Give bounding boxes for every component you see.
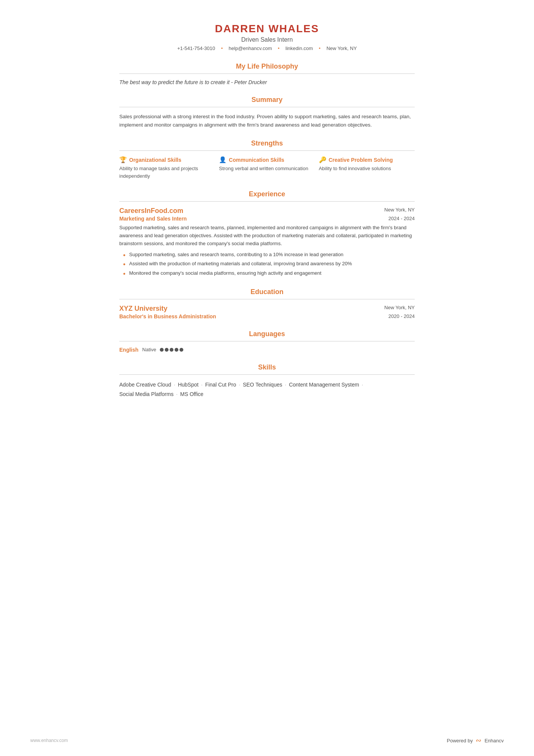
strengths-title: Strengths [119,139,415,147]
summary-title: Summary [119,96,415,104]
language-row-0: English Native [119,347,415,353]
resume-container: DARREN WHALES Driven Sales Intern +1-541… [97,0,437,455]
strengths-section: Strengths 🏆 Organizational Skills Abilit… [119,139,415,180]
skill-3: SEO Techniques [243,382,282,388]
experience-org-0: CareersInFood.com [119,207,183,215]
experience-divider [119,201,415,202]
strength-desc-2: Ability to find innovative solutions [319,165,411,172]
languages-divider [119,341,415,341]
sep-4: · [360,382,363,388]
strength-label-2: Creative Problem Solving [329,157,393,163]
dot-fill-3 [170,348,173,352]
candidate-name: DARREN WHALES [119,23,415,35]
candidate-title: Driven Sales Intern [119,36,415,43]
experience-entry-0: CareersInFood.com New York, NY [119,207,415,215]
philosophy-divider [119,74,415,74]
strengths-grid: 🏆 Organizational Skills Ability to manag… [119,156,415,180]
strength-title-1: 👤 Communication Skills [219,156,311,163]
bullet-0: Supported marketing, sales and research … [123,251,415,259]
dot-3: • [319,45,321,51]
dot-1: • [221,45,223,51]
footer-website: www.enhancv.com [30,738,68,743]
header-contact: +1-541-754-3010 • help@enhancv.com • lin… [119,45,415,51]
education-degree-row-0: Bachelor's in Business Administration 20… [119,313,415,319]
skills-divider [119,374,415,375]
powered-by-label: Powered by [447,738,473,743]
linkedin[interactable]: linkedin.com [286,45,313,51]
experience-location-0: New York, NY [384,207,415,213]
sep-2: · [237,382,242,388]
skills-title: Skills [119,363,415,371]
education-divider [119,299,415,299]
strength-item-0: 🏆 Organizational Skills Ability to manag… [119,156,215,180]
strengths-divider [119,150,415,151]
dot-fill-4 [175,348,178,352]
strength-item-2: 🔑 Creative Problem Solving Ability to fi… [315,156,415,180]
person-icon: 👤 [219,156,226,163]
education-section: Education XYZ University New York, NY Ba… [119,288,415,319]
language-name-0: English [119,347,139,353]
strength-label-0: Organizational Skills [129,157,181,163]
sep-1: · [200,382,204,388]
experience-role-0: Marketing and Sales Intern [119,216,187,222]
dot-fill-5 [180,348,183,352]
education-title: Education [119,288,415,296]
skill-4: Content Management System [289,382,359,388]
skills-section: Skills Adobe Creative Cloud · HubSpot · … [119,363,415,399]
bullet-2: Monitored the company's social media pla… [123,269,415,277]
summary-section: Summary Sales professional with a strong… [119,96,415,129]
dot-2: • [278,45,280,51]
language-level-0: Native [142,347,156,352]
philosophy-section: My Life Philosophy The best way to predi… [119,63,415,85]
dot-fill-1 [160,348,164,352]
summary-divider [119,107,415,107]
skill-2: Final Cut Pro [205,382,236,388]
strength-desc-1: Strong verbal and written communication [219,165,311,172]
phone: +1-541-754-3010 [177,45,215,51]
location: New York, NY [326,45,357,51]
skill-1: HubSpot [178,382,198,388]
philosophy-text: The best way to predict the future is to… [119,79,415,85]
language-dots-0 [160,348,183,352]
header-section: DARREN WHALES Driven Sales Intern +1-541… [119,23,415,51]
strength-item-1: 👤 Communication Skills Strong verbal and… [215,156,315,180]
languages-section: Languages English Native [119,330,415,353]
brand-name: Enhancv [484,738,504,743]
sep-0: · [172,382,177,388]
experience-bullets-0: Supported marketing, sales and research … [119,251,415,277]
footer-brand: Powered by ∾ Enhancv [447,736,504,745]
skills-list: Adobe Creative Cloud · HubSpot · Final C… [119,380,415,399]
sep-3: · [283,382,288,388]
strength-title-0: 🏆 Organizational Skills [119,156,211,163]
experience-dates-0: 2024 - 2024 [389,216,415,221]
sep-5: · [175,391,179,397]
skill-6: MS Office [180,391,203,397]
skill-5: Social Media Platforms [119,391,173,397]
languages-title: Languages [119,330,415,338]
summary-text: Sales professional with a strong interes… [119,113,415,129]
trophy-icon: 🏆 [119,156,127,163]
strength-title-2: 🔑 Creative Problem Solving [319,156,411,163]
experience-role-row-0: Marketing and Sales Intern 2024 - 2024 [119,216,415,222]
dot-fill-2 [165,348,169,352]
education-dates-0: 2020 - 2024 [389,313,415,319]
experience-desc-0: Supported marketing, sales and research … [119,224,415,247]
education-location-0: New York, NY [384,305,415,310]
education-org-0: XYZ University [119,305,167,313]
skill-0: Adobe Creative Cloud [119,382,171,388]
strength-desc-0: Ability to manage tasks and projects ind… [119,165,211,180]
bullet-1: Assisted with the production of marketin… [123,260,415,268]
key-icon: 🔑 [319,156,326,163]
experience-title: Experience [119,190,415,198]
footer: www.enhancv.com Powered by ∾ Enhancv [0,736,534,745]
education-degree-0: Bachelor's in Business Administration [119,313,216,319]
enhancv-logo-icon: ∾ [476,736,481,745]
philosophy-title: My Life Philosophy [119,63,415,70]
experience-section: Experience CareersInFood.com New York, N… [119,190,415,277]
strength-label-1: Communication Skills [229,157,284,163]
email[interactable]: help@enhancv.com [229,45,272,51]
education-entry-0: XYZ University New York, NY [119,305,415,313]
